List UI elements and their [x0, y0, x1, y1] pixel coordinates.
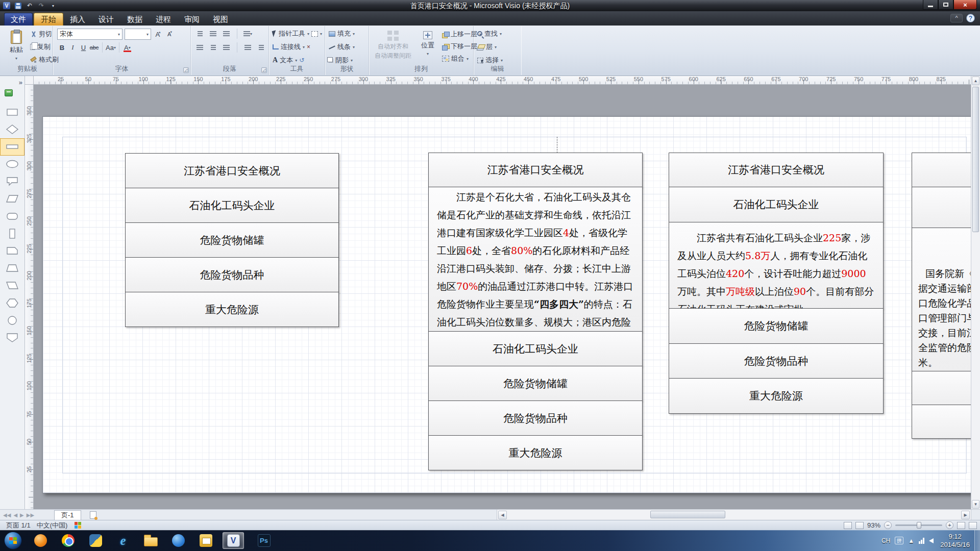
- zoom-slider-knob[interactable]: [917, 522, 921, 529]
- close-button[interactable]: ×: [953, 0, 977, 10]
- taskbar-icon-firefox[interactable]: [30, 532, 51, 549]
- taskbar-icon-outlook[interactable]: [195, 532, 216, 549]
- strikethrough-button[interactable]: abc: [89, 42, 99, 53]
- taskbar-icon-python[interactable]: [85, 532, 106, 549]
- diagram-box-col1-header[interactable]: 江苏省港口安全概况: [125, 153, 339, 188]
- diagram-box-col2-paragraph[interactable]: 江苏是个石化大省，石油化工码头及其仓储是石化产业的基础支撑和生命线，依托沿江港口…: [428, 187, 643, 332]
- diagram-box-col3-item2[interactable]: 危险货物品种: [669, 343, 884, 379]
- last-page-button[interactable]: ▶▶: [27, 512, 34, 518]
- font-size-select[interactable]: ▾: [125, 29, 151, 40]
- rotate-tool-icon[interactable]: ↺: [299, 57, 304, 64]
- font-dialog-launcher[interactable]: ◿: [183, 67, 189, 73]
- minimize-button[interactable]: [923, 0, 938, 10]
- input-language-icon[interactable]: [75, 522, 81, 529]
- drawing-page[interactable]: 江苏省港口安全概况 石油化工码头企业 危险货物储罐 危险货物品种 重大危险源 江…: [42, 116, 971, 493]
- diagram-box-col3-item-top[interactable]: 石油化工码头企业: [669, 187, 884, 222]
- tab-home[interactable]: 开始: [34, 13, 63, 26]
- align-bottom-button[interactable]: [256, 42, 266, 53]
- font-name-select[interactable]: 宋体▾: [57, 29, 122, 40]
- taskbar-icon-chrome[interactable]: [57, 532, 79, 549]
- diagram-box-col2-item3[interactable]: 危险货物品种: [428, 400, 643, 436]
- diagram-box-col2-item2[interactable]: 危险货物储罐: [428, 366, 643, 401]
- start-button[interactable]: [4, 532, 22, 549]
- decrease-indent-button[interactable]: [195, 29, 205, 39]
- stencil-shape-parallelogram-left-icon[interactable]: [0, 277, 24, 294]
- clock[interactable]: 9:12 2014/5/16: [940, 533, 970, 549]
- hidden-icons-button[interactable]: ▲: [908, 537, 914, 544]
- diagram-box-col2-item1[interactable]: 石油化工码头企业: [428, 331, 643, 366]
- diagram-box-col4-item2[interactable]: [912, 405, 971, 439]
- connector-tool-button[interactable]: 连接线: [281, 42, 301, 52]
- paragraph-dialog-launcher[interactable]: ◿: [261, 67, 267, 73]
- diagram-box-col1-item4[interactable]: 重大危险源: [125, 292, 339, 327]
- paste-button[interactable]: 粘贴 ▾: [5, 28, 28, 67]
- tab-file[interactable]: 文件: [4, 13, 33, 26]
- diagram-box-col4-item-top[interactable]: [912, 187, 971, 228]
- stencil-shape-circle-icon[interactable]: [0, 312, 24, 329]
- previous-page-button[interactable]: ◀: [13, 512, 17, 518]
- bullets-button[interactable]: [222, 29, 231, 39]
- taskbar-icon-ie[interactable]: e: [112, 532, 134, 549]
- stencil-shape-shield-icon[interactable]: [0, 329, 24, 346]
- stencil-shape-diamond-icon[interactable]: [0, 121, 24, 138]
- stencil-shape-ellipse-icon[interactable]: [0, 156, 24, 173]
- align-center-button[interactable]: [208, 42, 218, 53]
- vertical-scrollbar-thumb[interactable]: [972, 87, 979, 232]
- zoom-level[interactable]: 93%: [867, 521, 880, 529]
- stencil-document-icon[interactable]: [5, 89, 13, 96]
- stencil-shape-card-icon[interactable]: [0, 242, 24, 260]
- taskbar-icon-visio[interactable]: V: [223, 532, 244, 549]
- vertical-scrollbar[interactable]: ▲ ▼: [971, 76, 980, 509]
- line-spacing-button[interactable]: ▾: [243, 29, 253, 39]
- taskbar-icon-explorer[interactable]: [140, 532, 161, 549]
- diagram-box-col3-item1[interactable]: 危险货物储罐: [669, 308, 884, 344]
- tab-review[interactable]: 审阅: [178, 13, 206, 26]
- horizontal-scrollbar-thumb[interactable]: [650, 511, 725, 518]
- increase-indent-button[interactable]: [208, 29, 218, 39]
- font-color-button[interactable]: A▾: [122, 42, 132, 53]
- show-desktop-button[interactable]: [974, 530, 980, 551]
- diagram-box-col3-header[interactable]: 江苏省港口安全概况: [669, 153, 884, 187]
- network-icon[interactable]: [919, 538, 924, 544]
- full-screen-button[interactable]: [969, 522, 977, 529]
- diagram-box-col2-item4[interactable]: 重大危险源: [428, 435, 643, 470]
- zoom-slider[interactable]: [895, 524, 942, 526]
- shadow-button[interactable]: 阴影: [335, 56, 349, 65]
- view-mode-icon[interactable]: [844, 522, 852, 529]
- change-case-button[interactable]: Aa▾: [106, 42, 116, 53]
- diagram-box-col4-paragraph[interactable]: 国务院新《 据交通运输部和 口危险化学品安 口管理部门与安 交接，目前江苏 全监…: [912, 228, 971, 371]
- stencil-shape-parallelogram-icon[interactable]: [0, 190, 24, 208]
- scroll-left-icon[interactable]: ◀: [498, 511, 507, 519]
- insert-page-icon[interactable]: [90, 511, 96, 519]
- find-button[interactable]: 查找: [484, 29, 498, 38]
- help-icon[interactable]: ?: [966, 14, 975, 22]
- expand-shapes-panel-icon[interactable]: »: [19, 79, 22, 86]
- diagram-box-col3-paragraph[interactable]: 江苏省共有石油化工码头企业225家，涉及从业人员大约5.8万人，拥有专业化石油化…: [669, 222, 884, 309]
- tab-view[interactable]: 视图: [206, 13, 235, 26]
- fit-page-button[interactable]: [957, 522, 965, 529]
- selection-rectangle-icon[interactable]: [311, 31, 318, 37]
- language-indicator[interactable]: 中文(中国): [37, 521, 68, 530]
- tab-design[interactable]: 设计: [92, 13, 120, 26]
- align-right-button[interactable]: [222, 42, 231, 53]
- stencil-shape-rounded-rectangle-icon[interactable]: [0, 208, 24, 225]
- italic-button[interactable]: I: [68, 42, 78, 53]
- pan-zoom-window-icon[interactable]: [855, 522, 864, 529]
- tab-process[interactable]: 进程: [149, 13, 178, 26]
- grow-font-button[interactable]: A▴: [153, 29, 163, 39]
- volume-icon[interactable]: [929, 538, 934, 543]
- zoom-out-button[interactable]: −: [884, 521, 892, 529]
- stencil-shape-hexagon-icon[interactable]: [0, 294, 24, 312]
- diagram-box-col1-item3[interactable]: 危险货物品种: [125, 257, 339, 292]
- diagram-box-col2-header[interactable]: 江苏省港口安全概况: [428, 153, 643, 187]
- scroll-down-icon[interactable]: ▼: [972, 500, 979, 509]
- minimize-ribbon-button[interactable]: ^: [950, 14, 963, 22]
- page-indicator[interactable]: 页面 1/1: [6, 521, 31, 530]
- scroll-up-icon[interactable]: ▲: [972, 77, 979, 85]
- align-top-button[interactable]: [243, 42, 253, 53]
- layers-button[interactable]: 层: [486, 42, 493, 52]
- delete-tool-icon[interactable]: ×: [307, 43, 310, 51]
- pointer-tool-button[interactable]: 指针工具: [279, 29, 305, 38]
- taskbar-icon-photoshop[interactable]: Ps: [253, 532, 275, 549]
- diagram-box-col4-header[interactable]: [912, 153, 971, 187]
